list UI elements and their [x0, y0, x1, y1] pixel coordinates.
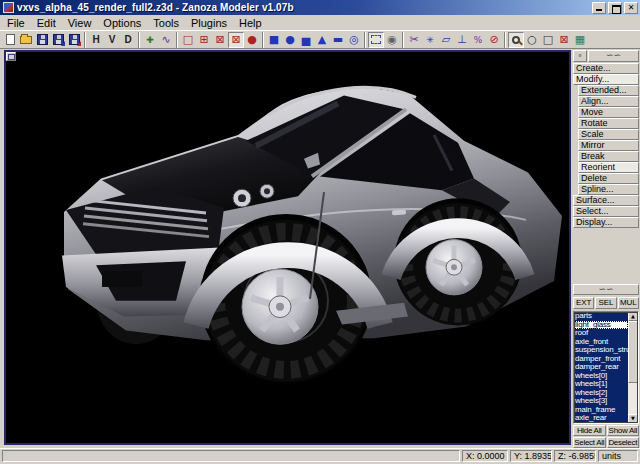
polyline-button[interactable]: ∿: [158, 32, 174, 48]
rotate-button[interactable]: Rotate: [578, 118, 639, 129]
menu-view[interactable]: View: [62, 16, 98, 30]
zoom-tool-button[interactable]: [508, 32, 524, 48]
create-cone-button[interactable]: ▲: [314, 32, 330, 48]
spline-button[interactable]: Spline...: [578, 184, 639, 195]
part-item[interactable]: roof: [574, 329, 628, 338]
show-all-button[interactable]: Show All: [607, 425, 640, 436]
deform-tool-button[interactable]: ▱: [438, 32, 454, 48]
save-button[interactable]: [34, 32, 50, 48]
reorient-button[interactable]: Reorient: [578, 162, 639, 173]
3d-viewport[interactable]: [4, 50, 571, 445]
toolbar-separator: [84, 32, 86, 48]
list-rollup-button[interactable]: ∽∽: [573, 284, 639, 295]
menu-edit[interactable]: Edit: [31, 16, 62, 30]
part-item[interactable]: light_glass: [574, 321, 628, 330]
scroll-track[interactable]: [628, 383, 638, 414]
part-item[interactable]: wheels[1]: [574, 380, 628, 389]
main-area: ∘ ∽∽ Create... Modify... Extended... Ali…: [0, 49, 640, 448]
panel-toggle-button[interactable]: ∘: [573, 50, 587, 62]
box-view-button[interactable]: □: [540, 32, 556, 48]
menu-tools[interactable]: Tools: [147, 16, 185, 30]
menu-options[interactable]: Options: [97, 16, 147, 30]
create-sphere-button[interactable]: ●: [282, 32, 298, 48]
restore-button[interactable]: [608, 2, 622, 14]
create-cylinder-button[interactable]: ▅: [298, 32, 314, 48]
part-item[interactable]: damper_front: [574, 355, 628, 364]
mirror-button[interactable]: Mirror: [578, 140, 639, 151]
sel-mode-button[interactable]: SEL: [595, 297, 616, 309]
display-button[interactable]: Display...: [573, 217, 639, 228]
deselect-button[interactable]: Deselect: [607, 437, 640, 448]
mul-mode-button[interactable]: MUL: [618, 297, 639, 309]
menu-help[interactable]: Help: [233, 16, 268, 30]
modify-button[interactable]: Modify...: [573, 74, 639, 85]
create-button[interactable]: Create...: [573, 63, 639, 74]
create-torus-button[interactable]: ◎: [346, 32, 362, 48]
part-item[interactable]: damper_rear: [574, 363, 628, 372]
menu-plugins[interactable]: Plugins: [185, 16, 233, 30]
part-item[interactable]: axle_front: [574, 338, 628, 347]
scroll-thumb[interactable]: [628, 321, 638, 383]
close-button[interactable]: ✕: [624, 2, 638, 14]
texture-view-button[interactable]: ▦: [572, 32, 588, 48]
minimize-button[interactable]: [592, 2, 606, 14]
hidden-faces-button[interactable]: ⊠: [212, 32, 228, 48]
part-item[interactable]: wheels[2]: [574, 389, 628, 398]
render-3d-car: [6, 52, 569, 443]
select-all-button[interactable]: Select All: [573, 437, 606, 448]
scroll-up-icon[interactable]: ▲: [628, 312, 638, 321]
cut-tool-button[interactable]: ✂: [406, 32, 422, 48]
view-dual-button[interactable]: D: [120, 32, 136, 48]
circle-select-button[interactable]: ◉: [384, 32, 400, 48]
wireframe-mode-button[interactable]: □: [180, 32, 196, 48]
viewport-container: [0, 49, 572, 448]
export-button[interactable]: [66, 32, 82, 48]
crossed-cube-icon: ⊠: [215, 33, 224, 47]
rect-select-button[interactable]: [368, 32, 384, 48]
part-item[interactable]: axle_rear: [574, 414, 628, 423]
import-button[interactable]: [50, 32, 66, 48]
surface-button[interactable]: Surface...: [573, 195, 639, 206]
view-vertical-button[interactable]: V: [104, 32, 120, 48]
part-item[interactable]: wheels[3]: [574, 397, 628, 406]
ext-mode-button[interactable]: EXT: [573, 297, 594, 309]
toolbar-separator: [138, 32, 140, 48]
hide-all-button[interactable]: Hide All: [573, 425, 606, 436]
open-file-button[interactable]: [18, 32, 34, 48]
create-cube-button[interactable]: ■: [266, 32, 282, 48]
render-sphere-button[interactable]: ●: [244, 32, 260, 48]
align-button[interactable]: Align...: [578, 96, 639, 107]
break-button[interactable]: Break: [578, 151, 639, 162]
magnifier-icon: [512, 36, 520, 44]
axis-tripod-button[interactable]: ⊥: [454, 32, 470, 48]
viewport-maximize-button[interactable]: [6, 52, 16, 61]
panel-rollup-button[interactable]: ∽∽: [588, 50, 639, 62]
red-sphere-icon: ●: [247, 33, 257, 47]
part-item[interactable]: wheels[0]: [574, 372, 628, 381]
white-sphere-icon: ○: [527, 33, 537, 47]
toolbar-separator: [262, 32, 264, 48]
shaded-view-button[interactable]: ○: [524, 32, 540, 48]
part-item[interactable]: suspension_struts: [574, 346, 628, 355]
scroll-down-icon[interactable]: ▼: [628, 414, 638, 423]
new-file-button[interactable]: [2, 32, 18, 48]
hide-objects-button[interactable]: ⊠: [228, 32, 244, 48]
delete-button[interactable]: Delete: [578, 173, 639, 184]
view-horizontal-button[interactable]: H: [88, 32, 104, 48]
scale-button[interactable]: Scale: [578, 129, 639, 140]
export-arrow-icon: [77, 41, 81, 46]
z-lock-button[interactable]: ⊘: [486, 32, 502, 48]
uv-percent-button[interactable]: %: [470, 32, 486, 48]
parts-scrollbar[interactable]: ▲ ▼: [628, 312, 638, 423]
weld-tool-button[interactable]: ✳: [422, 32, 438, 48]
part-item[interactable]: main_frame: [574, 406, 628, 415]
extended-button[interactable]: Extended...: [578, 85, 639, 96]
move-button[interactable]: Move: [578, 107, 639, 118]
select-button[interactable]: Select...: [573, 206, 639, 217]
part-item[interactable]: parts: [574, 312, 628, 321]
hide-box-button[interactable]: ⊠: [556, 32, 572, 48]
create-disc-button[interactable]: ▬: [330, 32, 346, 48]
faces-mode-button[interactable]: ⊞: [196, 32, 212, 48]
vertex-axes-button[interactable]: ✚: [142, 32, 158, 48]
menu-file[interactable]: File: [1, 16, 31, 30]
